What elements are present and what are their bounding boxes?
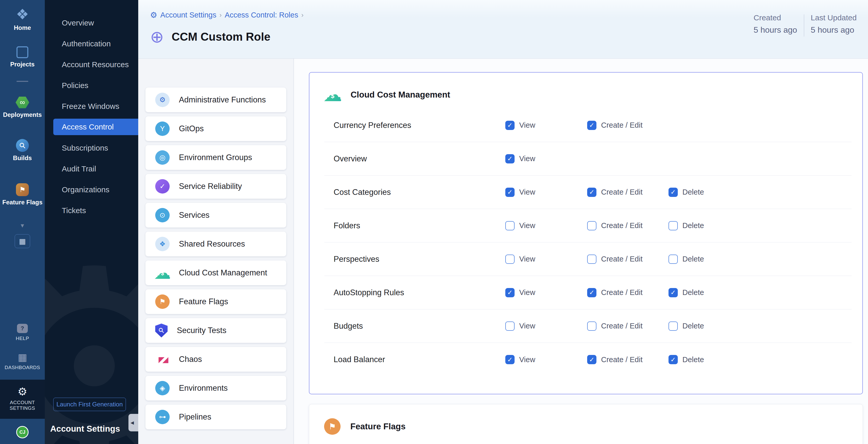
module-card[interactable]: ✓ Service Reliability [146, 174, 286, 199]
module-label: Administrative Functions [179, 95, 266, 104]
view-checkbox[interactable]: ✓ [505, 188, 515, 197]
module-card[interactable]: ⚑ Feature Flags [146, 289, 286, 314]
view-checkbox[interactable] [505, 221, 515, 230]
launch-first-generation-button[interactable]: Launch First Generation [53, 398, 126, 411]
permission-name: Load Balancer [334, 355, 385, 364]
permission-name: Currency Preferences [334, 121, 411, 130]
projects-icon [17, 46, 28, 58]
module-card[interactable]: ⊙ Services [146, 203, 286, 227]
environment-groups-icon: ◎ [155, 150, 169, 165]
section-title: Cloud Cost Management [350, 90, 450, 100]
permission-name: Budgets [334, 321, 363, 331]
module-label: GitOps [179, 124, 204, 133]
rail-item-builds[interactable]: ⚲ Builds [13, 139, 32, 162]
breadcrumb-gear-icon: ⚙ [150, 10, 157, 20]
rail-item-help[interactable]: ? HELP [16, 324, 29, 341]
gear-watermark-icon: ⚙ [45, 233, 138, 444]
delete-label: Delete [682, 322, 704, 330]
chevron-left-icon: ◀ [130, 420, 134, 425]
chaos-icon: ◤◢ [155, 352, 169, 367]
module-label: Pipelines [179, 412, 211, 422]
settings-nav-item[interactable]: Access Control [53, 119, 138, 135]
settings-nav-item[interactable]: Audit Trail [45, 158, 138, 179]
module-grid-button[interactable]: ▦ [15, 234, 30, 248]
delete-checkbox[interactable]: ✓ [669, 188, 678, 197]
settings-nav-item[interactable]: Authentication [45, 33, 138, 54]
create-edit-checkbox[interactable]: ✓ [587, 355, 596, 364]
breadcrumb: ⚙ Account Settings › Access Control: Rol… [150, 10, 304, 20]
sidebar-panel-title: Account Settings [50, 424, 120, 434]
permission-row: Perspectives View Create / Edit [324, 243, 851, 276]
deployments-icon: ∞ [16, 96, 29, 108]
create-edit-checkbox[interactable] [587, 221, 596, 230]
permission-name: Folders [334, 221, 360, 230]
view-checkbox[interactable] [505, 321, 515, 331]
module-card[interactable]: ⚙ Administrative Functions [146, 88, 286, 112]
view-checkbox[interactable]: ✓ [505, 355, 515, 364]
view-label: View [519, 255, 535, 263]
delete-checkbox[interactable] [669, 221, 678, 230]
view-label: View [519, 322, 535, 330]
role-target-icon: ⊕ [150, 29, 164, 45]
delete-checkbox[interactable]: ✓ [669, 288, 678, 297]
delete-checkbox[interactable]: ✓ [669, 355, 678, 364]
home-icon: ❖ [16, 7, 29, 22]
breadcrumb-link[interactable]: Account Settings [160, 11, 216, 19]
collapse-sidebar-button[interactable]: ◀ [128, 414, 138, 432]
permission-name: Cost Categories [334, 188, 391, 197]
breadcrumb-link[interactable]: Access Control: Roles [225, 11, 298, 19]
delete-checkbox[interactable] [669, 255, 678, 264]
create-edit-checkbox[interactable]: ✓ [587, 288, 596, 297]
delete-checkbox[interactable] [669, 321, 678, 331]
module-label: Cloud Cost Management [179, 268, 267, 278]
module-card[interactable]: ◈ Environments [146, 376, 286, 401]
breadcrumb-separator: › [219, 11, 222, 19]
settings-nav-item[interactable]: Policies [45, 75, 138, 96]
rail-account-settings-label: ACCOUNT SETTINGS [9, 400, 35, 411]
account-settings-sidebar: ⚙ Overview Authentication Account Resour… [45, 0, 138, 444]
create-edit-checkbox[interactable] [587, 321, 596, 331]
admin-functions-icon: ⚙ [155, 93, 169, 107]
settings-nav-item[interactable]: Tickets [45, 200, 138, 221]
module-card[interactable]: ❖ Shared Resources [146, 232, 286, 256]
environments-icon: ◈ [155, 381, 169, 395]
content-area: ⚙ Account Settings › Access Control: Rol… [138, 0, 868, 444]
permission-row: Overview ✓ View Create / Edit [324, 142, 851, 176]
module-card[interactable]: Y GitOps [146, 116, 286, 141]
security-tests-icon: ⚲ [155, 323, 167, 338]
rail-item-deployments[interactable]: ∞ Deployments [3, 96, 42, 118]
rail-divider [17, 81, 28, 82]
create-edit-checkbox[interactable]: ✓ [587, 121, 596, 130]
module-card[interactable]: ⊶ Pipelines [146, 405, 286, 429]
avatar[interactable]: CJ [16, 426, 29, 438]
view-checkbox[interactable]: ✓ [505, 121, 515, 130]
settings-nav-item[interactable]: Subscriptions [45, 137, 138, 158]
rail-item-dashboards[interactable]: ▦ DASHBOARDS [5, 352, 40, 370]
page-header: ⚙ Account Settings › Access Control: Rol… [138, 0, 868, 59]
view-checkbox[interactable] [505, 255, 515, 264]
create-edit-checkbox[interactable] [587, 255, 596, 264]
view-checkbox[interactable]: ✓ [505, 154, 515, 163]
chevron-down-icon[interactable]: ▼ [20, 222, 25, 229]
permission-row: Load Balancer ✓ View ✓ Create / Edit [324, 343, 851, 376]
pipelines-icon: ⊶ [155, 410, 169, 424]
settings-nav-item[interactable]: Overview [45, 12, 138, 33]
create-edit-checkbox[interactable]: ✓ [587, 188, 596, 197]
rail-item-account-settings[interactable]: ⚙ ACCOUNT SETTINGS [0, 380, 45, 419]
cloud-cost-management-icon: ☁ $ [324, 87, 341, 103]
settings-nav-item[interactable]: Account Resources [45, 54, 138, 75]
module-card[interactable]: ☁ $ Cloud Cost Management [146, 260, 286, 285]
rail-item-home[interactable]: ❖ Home [14, 7, 31, 31]
settings-nav-item[interactable]: Freeze Windows [45, 96, 138, 117]
settings-nav-list: Overview Authentication Account Resource… [45, 0, 138, 221]
rail-item-feature-flags[interactable]: ⚑ Feature Flags [2, 183, 42, 206]
module-card[interactable]: ◎ Environment Groups [146, 145, 286, 170]
create-edit-label: Create / Edit [601, 188, 643, 196]
module-card[interactable]: ◤◢ Chaos [146, 347, 286, 372]
settings-nav-item[interactable]: Organizations [45, 179, 138, 200]
role-meta: Created 5 hours ago Last Updated 5 hours… [747, 0, 868, 58]
rail-item-projects[interactable]: Projects [10, 46, 35, 68]
module-card[interactable]: ⚲ Security Tests [146, 318, 286, 343]
rail-help-label: HELP [16, 336, 29, 341]
view-checkbox[interactable]: ✓ [505, 288, 515, 297]
